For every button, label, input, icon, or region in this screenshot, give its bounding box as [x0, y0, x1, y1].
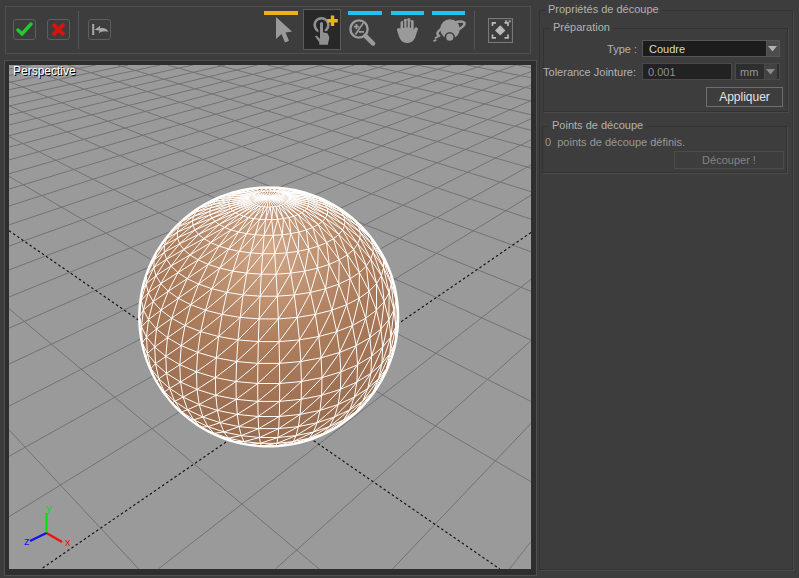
svg-text:y: y: [46, 502, 52, 514]
svg-text:Perspective: Perspective: [13, 65, 76, 78]
svg-text:z: z: [24, 535, 30, 547]
svg-text:x: x: [65, 536, 71, 548]
